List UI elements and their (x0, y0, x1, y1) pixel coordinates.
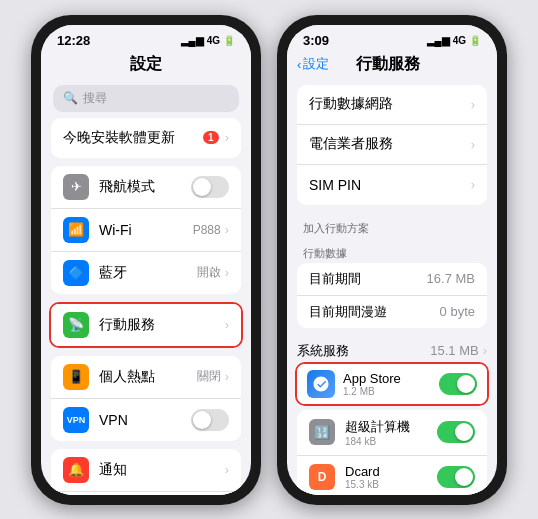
bluetooth-arrow: › (225, 265, 229, 280)
carrier-item[interactable]: 電信業者服務 › (297, 125, 487, 165)
search-bar: 🔍 搜尋 (41, 81, 251, 118)
update-label: 今晚安裝軟體更新 (63, 129, 203, 147)
appstore-icon (307, 370, 335, 398)
airplane-toggle[interactable] (191, 176, 229, 198)
mobile-data-item[interactable]: 行動數據網路 › (297, 85, 487, 125)
appstore-item[interactable]: App Store 1.2 MB (297, 364, 487, 404)
search-icon: 🔍 (63, 91, 78, 105)
main-settings-group: ✈ 飛航模式 📶 Wi-Fi P888 › 🔷 藍牙 開啟 › (51, 166, 241, 294)
system-services-row[interactable]: 系統服務 15.1 MB › (287, 336, 497, 362)
hotspot-value: 關閉 (197, 368, 221, 385)
dcard-item[interactable]: D Dcard 15.3 kB (297, 456, 487, 495)
notifications-item[interactable]: 🔔 通知 › (51, 449, 241, 492)
roaming-value: 0 byte (440, 304, 475, 319)
time-left: 12:28 (57, 33, 90, 48)
nav-bar-right: ‹ 設定 行動服務 (287, 52, 497, 81)
nav-bar-left: 設定 (41, 52, 251, 81)
battery-icon-left: 🔋 (223, 35, 235, 46)
dcard-toggle[interactable] (437, 466, 475, 488)
airplane-label: 飛航模式 (99, 178, 191, 196)
dcard-size: 15.3 kB (345, 479, 437, 490)
wifi-label: Wi-Fi (99, 222, 193, 238)
signal-icon-left: ▂▄▆ (181, 35, 204, 46)
calculator-size: 184 kB (345, 436, 437, 447)
calculator-item[interactable]: 🔢 超級計算機 184 kB (297, 410, 487, 456)
other-apps-group: 🔢 超級計算機 184 kB D Dcard 15.3 kB (297, 410, 487, 495)
bluetooth-item[interactable]: 🔷 藍牙 開啟 › (51, 252, 241, 294)
back-label: 設定 (303, 55, 329, 73)
appstore-highlight-box: App Store 1.2 MB (295, 362, 489, 406)
airplane-icon: ✈ (63, 174, 89, 200)
time-right: 3:09 (303, 33, 329, 48)
battery-icon-right: 🔋 (469, 35, 481, 46)
signal-icon-right: ▂▄▆ (427, 35, 450, 46)
carrier-label: 電信業者服務 (309, 135, 471, 153)
notifications-label: 通知 (99, 461, 225, 479)
status-bar-right: 3:09 ▂▄▆ 4G 🔋 (287, 25, 497, 52)
vpn-toggle[interactable] (191, 409, 229, 431)
cellular-settings-list: 行動數據網路 › 電信業者服務 › SIM PIN › 加入行動方案 行動數據 … (287, 81, 497, 495)
vpn-icon: VPN (63, 407, 89, 433)
cellular-arrow: › (225, 317, 229, 332)
system-services-arrow: › (483, 343, 487, 358)
search-field[interactable]: 🔍 搜尋 (53, 85, 239, 112)
hotspot-label: 個人熱點 (99, 368, 197, 386)
vpn-item[interactable]: VPN VPN (51, 399, 241, 441)
appstore-size: 1.2 MB (343, 386, 439, 397)
simpin-item[interactable]: SIM PIN › (297, 165, 487, 205)
settings-list: 今晚安裝軟體更新 1 › ✈ 飛航模式 📶 Wi-Fi P888 (41, 118, 251, 495)
current-period-value: 16.7 MB (427, 271, 475, 286)
simpin-label: SIM PIN (309, 177, 471, 193)
appstore-info: App Store 1.2 MB (343, 371, 439, 397)
dcard-icon: D (309, 464, 335, 490)
network-right: 4G (453, 35, 466, 46)
bluetooth-icon: 🔷 (63, 260, 89, 286)
calculator-toggle[interactable] (437, 421, 475, 443)
wifi-item[interactable]: 📶 Wi-Fi P888 › (51, 209, 241, 252)
page-title-left: 設定 (57, 54, 235, 75)
hotspot-icon: 📱 (63, 364, 89, 390)
notifications-icon: 🔔 (63, 457, 89, 483)
appstore-name: App Store (343, 371, 439, 386)
bluetooth-label: 藍牙 (99, 264, 197, 282)
notifications-group: 🔔 通知 › 🔊 聲音與觸覺回饋 › 🌙 專注模式 › ⏱ 螢幕使用時間 (51, 449, 241, 495)
page-title-right: 行動服務 (329, 54, 447, 75)
data-stats-group: 目前期間 16.7 MB 目前期間漫遊 0 byte (297, 263, 487, 328)
airplane-item[interactable]: ✈ 飛航模式 (51, 166, 241, 209)
right-phone: 3:09 ▂▄▆ 4G 🔋 ‹ 設定 行動服務 行動數據網路 › (277, 15, 507, 505)
hotspot-item[interactable]: 📱 個人熱點 關閉 › (51, 356, 241, 399)
cellular-label: 行動服務 (99, 316, 225, 334)
wifi-value: P888 (193, 223, 221, 237)
calculator-icon: 🔢 (309, 419, 335, 445)
sounds-item[interactable]: 🔊 聲音與觸覺回饋 › (51, 492, 241, 495)
wifi-icon: 📶 (63, 217, 89, 243)
status-bar-left: 12:28 ▂▄▆ 4G 🔋 (41, 25, 251, 52)
system-services-value: 15.1 MB (430, 343, 478, 358)
dcard-name: Dcard (345, 464, 437, 479)
cellular-top-group: 行動數據網路 › 電信業者服務 › SIM PIN › (297, 85, 487, 205)
current-period-item: 目前期間 16.7 MB (297, 263, 487, 296)
vpn-label: VPN (99, 412, 191, 428)
network-left: 4G (207, 35, 220, 46)
update-item[interactable]: 今晚安裝軟體更新 1 › (51, 118, 241, 158)
mobile-data-label: 行動數據網路 (309, 95, 471, 113)
cellular-item[interactable]: 📡 行動服務 › (51, 304, 241, 346)
join-plan-label: 加入行動方案 (287, 213, 497, 238)
hotspot-vpn-group: 📱 個人熱點 關閉 › VPN VPN (51, 356, 241, 441)
appstore-toggle[interactable] (439, 373, 477, 395)
update-group: 今晚安裝軟體更新 1 › (51, 118, 241, 158)
left-phone: 12:28 ▂▄▆ 4G 🔋 設定 🔍 搜尋 今晚安裝軟體更新 1 (31, 15, 261, 505)
update-arrow: › (225, 130, 229, 145)
current-period-label: 目前期間 (309, 270, 427, 288)
calculator-name: 超級計算機 (345, 418, 437, 436)
wifi-arrow: › (225, 222, 229, 237)
hotspot-arrow: › (225, 369, 229, 384)
cellular-highlight-box: 📡 行動服務 › (49, 302, 243, 348)
roaming-item: 目前期間漫遊 0 byte (297, 296, 487, 328)
system-services-label: 系統服務 (297, 342, 430, 360)
update-badge: 1 (203, 131, 219, 144)
bluetooth-value: 開啟 (197, 264, 221, 281)
back-button[interactable]: ‹ 設定 (297, 55, 329, 73)
back-chevron: ‹ (297, 57, 301, 72)
search-placeholder: 搜尋 (83, 90, 107, 107)
